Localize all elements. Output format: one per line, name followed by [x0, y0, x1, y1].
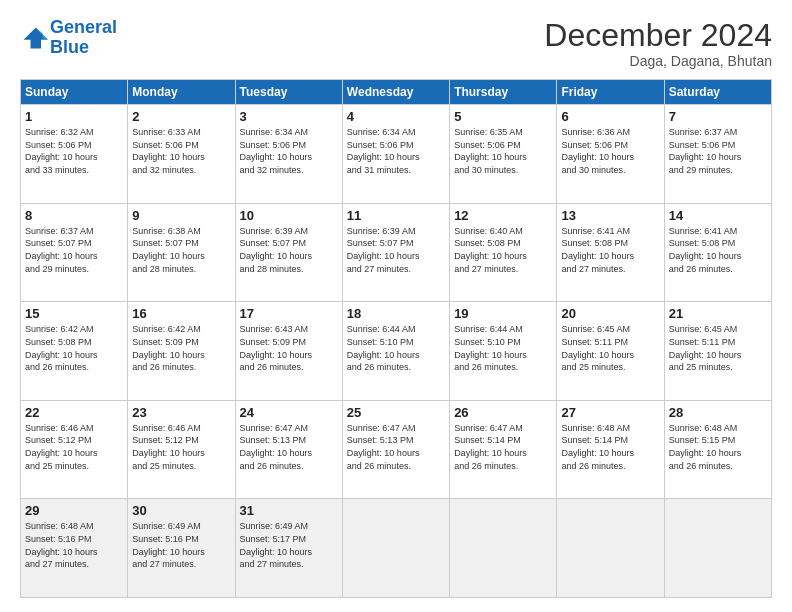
calendar-week-1: 1Sunrise: 6:32 AM Sunset: 5:06 PM Daylig…: [21, 105, 772, 204]
table-cell: [664, 499, 771, 598]
cell-info: Sunrise: 6:46 AM Sunset: 5:12 PM Dayligh…: [25, 422, 123, 472]
table-cell: 5Sunrise: 6:35 AM Sunset: 5:06 PM Daylig…: [450, 105, 557, 204]
cell-info: Sunrise: 6:48 AM Sunset: 5:14 PM Dayligh…: [561, 422, 659, 472]
col-saturday: Saturday: [664, 80, 771, 105]
table-cell: 7Sunrise: 6:37 AM Sunset: 5:06 PM Daylig…: [664, 105, 771, 204]
table-cell: 3Sunrise: 6:34 AM Sunset: 5:06 PM Daylig…: [235, 105, 342, 204]
table-cell: 1Sunrise: 6:32 AM Sunset: 5:06 PM Daylig…: [21, 105, 128, 204]
logo-icon: [20, 24, 48, 52]
day-number: 24: [240, 405, 338, 420]
day-number: 13: [561, 208, 659, 223]
cell-info: Sunrise: 6:36 AM Sunset: 5:06 PM Dayligh…: [561, 126, 659, 176]
cell-info: Sunrise: 6:42 AM Sunset: 5:08 PM Dayligh…: [25, 323, 123, 373]
table-cell: 6Sunrise: 6:36 AM Sunset: 5:06 PM Daylig…: [557, 105, 664, 204]
subtitle: Daga, Dagana, Bhutan: [544, 53, 772, 69]
day-number: 26: [454, 405, 552, 420]
table-cell: 11Sunrise: 6:39 AM Sunset: 5:07 PM Dayli…: [342, 203, 449, 302]
table-cell: 19Sunrise: 6:44 AM Sunset: 5:10 PM Dayli…: [450, 302, 557, 401]
cell-info: Sunrise: 6:47 AM Sunset: 5:14 PM Dayligh…: [454, 422, 552, 472]
cell-info: Sunrise: 6:45 AM Sunset: 5:11 PM Dayligh…: [561, 323, 659, 373]
table-cell: 16Sunrise: 6:42 AM Sunset: 5:09 PM Dayli…: [128, 302, 235, 401]
table-cell: 25Sunrise: 6:47 AM Sunset: 5:13 PM Dayli…: [342, 400, 449, 499]
day-number: 3: [240, 109, 338, 124]
day-number: 17: [240, 306, 338, 321]
cell-info: Sunrise: 6:37 AM Sunset: 5:06 PM Dayligh…: [669, 126, 767, 176]
cell-info: Sunrise: 6:47 AM Sunset: 5:13 PM Dayligh…: [240, 422, 338, 472]
cell-info: Sunrise: 6:45 AM Sunset: 5:11 PM Dayligh…: [669, 323, 767, 373]
logo-line1: General: [50, 17, 117, 37]
table-cell: 4Sunrise: 6:34 AM Sunset: 5:06 PM Daylig…: [342, 105, 449, 204]
day-number: 22: [25, 405, 123, 420]
cell-info: Sunrise: 6:44 AM Sunset: 5:10 PM Dayligh…: [347, 323, 445, 373]
logo-text: General Blue: [50, 18, 117, 58]
cell-info: Sunrise: 6:35 AM Sunset: 5:06 PM Dayligh…: [454, 126, 552, 176]
day-number: 1: [25, 109, 123, 124]
cell-info: Sunrise: 6:49 AM Sunset: 5:16 PM Dayligh…: [132, 520, 230, 570]
calendar-week-3: 15Sunrise: 6:42 AM Sunset: 5:08 PM Dayli…: [21, 302, 772, 401]
day-number: 16: [132, 306, 230, 321]
table-cell: 2Sunrise: 6:33 AM Sunset: 5:06 PM Daylig…: [128, 105, 235, 204]
header: General Blue December 2024 Daga, Dagana,…: [20, 18, 772, 69]
table-cell: 18Sunrise: 6:44 AM Sunset: 5:10 PM Dayli…: [342, 302, 449, 401]
table-cell: 9Sunrise: 6:38 AM Sunset: 5:07 PM Daylig…: [128, 203, 235, 302]
table-cell: 17Sunrise: 6:43 AM Sunset: 5:09 PM Dayli…: [235, 302, 342, 401]
day-number: 28: [669, 405, 767, 420]
calendar-table: Sunday Monday Tuesday Wednesday Thursday…: [20, 79, 772, 598]
cell-info: Sunrise: 6:39 AM Sunset: 5:07 PM Dayligh…: [240, 225, 338, 275]
table-cell: 15Sunrise: 6:42 AM Sunset: 5:08 PM Dayli…: [21, 302, 128, 401]
day-number: 15: [25, 306, 123, 321]
day-number: 7: [669, 109, 767, 124]
calendar-week-4: 22Sunrise: 6:46 AM Sunset: 5:12 PM Dayli…: [21, 400, 772, 499]
cell-info: Sunrise: 6:41 AM Sunset: 5:08 PM Dayligh…: [561, 225, 659, 275]
main-title: December 2024: [544, 18, 772, 53]
table-cell: 14Sunrise: 6:41 AM Sunset: 5:08 PM Dayli…: [664, 203, 771, 302]
day-number: 20: [561, 306, 659, 321]
day-number: 8: [25, 208, 123, 223]
table-cell: 8Sunrise: 6:37 AM Sunset: 5:07 PM Daylig…: [21, 203, 128, 302]
table-cell: 28Sunrise: 6:48 AM Sunset: 5:15 PM Dayli…: [664, 400, 771, 499]
table-cell: [557, 499, 664, 598]
day-number: 29: [25, 503, 123, 518]
cell-info: Sunrise: 6:42 AM Sunset: 5:09 PM Dayligh…: [132, 323, 230, 373]
cell-info: Sunrise: 6:39 AM Sunset: 5:07 PM Dayligh…: [347, 225, 445, 275]
day-number: 12: [454, 208, 552, 223]
cell-info: Sunrise: 6:38 AM Sunset: 5:07 PM Dayligh…: [132, 225, 230, 275]
table-cell: 20Sunrise: 6:45 AM Sunset: 5:11 PM Dayli…: [557, 302, 664, 401]
cell-info: Sunrise: 6:37 AM Sunset: 5:07 PM Dayligh…: [25, 225, 123, 275]
cell-info: Sunrise: 6:34 AM Sunset: 5:06 PM Dayligh…: [240, 126, 338, 176]
table-cell: 24Sunrise: 6:47 AM Sunset: 5:13 PM Dayli…: [235, 400, 342, 499]
cell-info: Sunrise: 6:48 AM Sunset: 5:16 PM Dayligh…: [25, 520, 123, 570]
calendar-header-row: Sunday Monday Tuesday Wednesday Thursday…: [21, 80, 772, 105]
table-cell: 29Sunrise: 6:48 AM Sunset: 5:16 PM Dayli…: [21, 499, 128, 598]
day-number: 19: [454, 306, 552, 321]
day-number: 10: [240, 208, 338, 223]
col-friday: Friday: [557, 80, 664, 105]
day-number: 18: [347, 306, 445, 321]
table-cell: 22Sunrise: 6:46 AM Sunset: 5:12 PM Dayli…: [21, 400, 128, 499]
day-number: 14: [669, 208, 767, 223]
title-section: December 2024 Daga, Dagana, Bhutan: [544, 18, 772, 69]
table-cell: 13Sunrise: 6:41 AM Sunset: 5:08 PM Dayli…: [557, 203, 664, 302]
day-number: 11: [347, 208, 445, 223]
day-number: 21: [669, 306, 767, 321]
day-number: 2: [132, 109, 230, 124]
cell-info: Sunrise: 6:46 AM Sunset: 5:12 PM Dayligh…: [132, 422, 230, 472]
table-cell: 31Sunrise: 6:49 AM Sunset: 5:17 PM Dayli…: [235, 499, 342, 598]
day-number: 27: [561, 405, 659, 420]
logo-line2: Blue: [50, 37, 89, 57]
table-cell: 27Sunrise: 6:48 AM Sunset: 5:14 PM Dayli…: [557, 400, 664, 499]
cell-info: Sunrise: 6:43 AM Sunset: 5:09 PM Dayligh…: [240, 323, 338, 373]
table-cell: 30Sunrise: 6:49 AM Sunset: 5:16 PM Dayli…: [128, 499, 235, 598]
calendar-week-2: 8Sunrise: 6:37 AM Sunset: 5:07 PM Daylig…: [21, 203, 772, 302]
cell-info: Sunrise: 6:47 AM Sunset: 5:13 PM Dayligh…: [347, 422, 445, 472]
table-cell: [342, 499, 449, 598]
table-cell: 10Sunrise: 6:39 AM Sunset: 5:07 PM Dayli…: [235, 203, 342, 302]
col-wednesday: Wednesday: [342, 80, 449, 105]
col-sunday: Sunday: [21, 80, 128, 105]
table-cell: [450, 499, 557, 598]
day-number: 6: [561, 109, 659, 124]
cell-info: Sunrise: 6:48 AM Sunset: 5:15 PM Dayligh…: [669, 422, 767, 472]
cell-info: Sunrise: 6:49 AM Sunset: 5:17 PM Dayligh…: [240, 520, 338, 570]
cell-info: Sunrise: 6:44 AM Sunset: 5:10 PM Dayligh…: [454, 323, 552, 373]
col-monday: Monday: [128, 80, 235, 105]
